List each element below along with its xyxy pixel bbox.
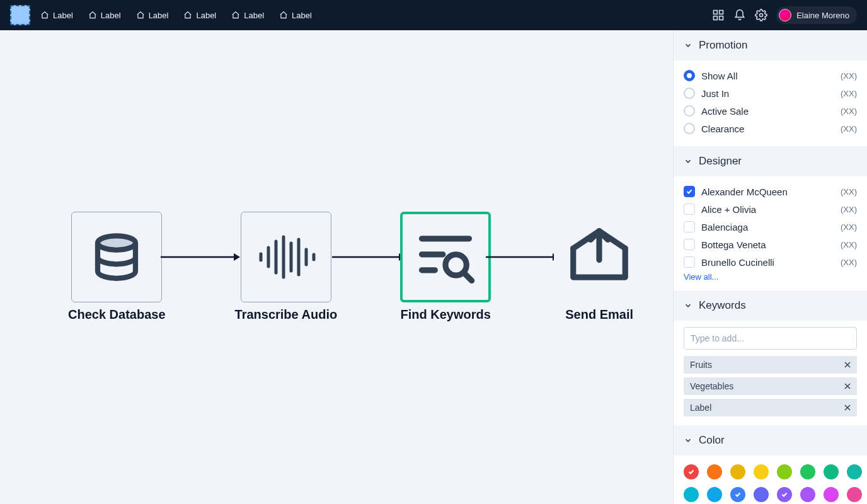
option-count: (XX) [841, 71, 857, 81]
nav-item-2[interactable]: Label [136, 11, 169, 20]
nav-label: Label [244, 11, 264, 20]
gear-icon[interactable] [755, 9, 767, 21]
tag-label: Label [684, 399, 857, 416]
section-title: Designer [699, 155, 742, 168]
color-swatch-15[interactable] [847, 487, 862, 502]
color-swatch-8[interactable] [684, 487, 699, 502]
topbar: Label Label Label Label Label Label [0, 0, 867, 30]
promotion-option-active-sale[interactable]: Active Sale (XX) [684, 102, 857, 120]
bell-icon[interactable] [733, 9, 746, 21]
nav-item-4[interactable]: Label [231, 11, 264, 20]
nav-item-5[interactable]: Label [279, 11, 312, 20]
flow-canvas[interactable]: Check Database [0, 30, 673, 504]
check-icon [781, 491, 788, 498]
database-icon [88, 229, 145, 285]
option-count: (XX) [841, 258, 857, 267]
checkbox-icon [684, 203, 695, 215]
option-label: Balenciaga [701, 222, 834, 232]
promotion-option-clearance[interactable]: Clearance (XX) [684, 120, 857, 137]
svg-point-5 [98, 236, 135, 250]
home-icon [183, 11, 192, 20]
section-header-designer[interactable]: Designer [674, 146, 867, 176]
keyword-tags: Fruits Vegetables Label [684, 356, 857, 416]
color-swatch-2[interactable] [730, 464, 745, 479]
designer-option-0[interactable]: Alexander McQueen (XX) [684, 183, 857, 200]
designer-option-3[interactable]: Bottega Veneta (XX) [684, 236, 857, 253]
color-swatch-0[interactable] [684, 464, 699, 479]
option-label: Bottega Veneta [701, 239, 834, 250]
color-swatch-9[interactable] [707, 487, 722, 502]
tag-vegetables: Vegetables [684, 377, 857, 395]
node-label: Check Database [68, 307, 166, 322]
node-box [554, 212, 645, 302]
designer-option-4[interactable]: Brunello Cucinelli (XX) [684, 253, 857, 271]
node-send-email[interactable]: Send Email [554, 212, 645, 322]
checkbox-icon [684, 221, 695, 232]
color-swatch-3[interactable] [754, 464, 769, 479]
color-swatch-1[interactable] [707, 464, 722, 479]
section-header-promotion[interactable]: Promotion [674, 30, 867, 60]
arrow-icon [331, 212, 406, 302]
designer-list: Alexander McQueen (XX) Alice + Olivia (X… [674, 176, 867, 290]
tag-fruits: Fruits [684, 356, 857, 374]
check-icon [687, 468, 695, 476]
section-header-color[interactable]: Color [674, 425, 867, 455]
close-icon[interactable] [843, 382, 852, 391]
section-title: Color [699, 434, 725, 447]
radio-icon [684, 123, 695, 134]
node-check-database[interactable]: Check Database [68, 212, 166, 322]
section-title: Keywords [699, 299, 746, 312]
color-swatch-14[interactable] [824, 487, 839, 502]
app-logo[interactable] [10, 5, 30, 25]
send-mail-icon [565, 222, 634, 292]
color-swatch-4[interactable] [777, 464, 792, 479]
node-label: Send Email [565, 307, 633, 322]
color-swatch-10[interactable] [730, 487, 745, 502]
color-swatch-5[interactable] [800, 464, 815, 479]
node-label: Transcribe Audio [235, 307, 338, 322]
radio-icon [684, 105, 695, 117]
promotion-option-show-all[interactable]: Show All (XX) [684, 67, 857, 84]
close-icon[interactable] [843, 360, 852, 369]
radio-icon [684, 70, 695, 81]
waveform-icon [255, 232, 318, 282]
color-swatch-11[interactable] [754, 487, 769, 502]
home-icon [40, 11, 49, 20]
color-swatch-12[interactable] [777, 487, 792, 502]
nav-item-3[interactable]: Label [183, 11, 216, 20]
promotion-option-just-in[interactable]: Just In (XX) [684, 84, 857, 102]
color-swatch-7[interactable] [847, 464, 862, 479]
nav-items: Label Label Label Label Label Label [40, 11, 312, 20]
option-label: Just In [701, 88, 834, 99]
nav-label: Label [196, 11, 216, 20]
node-transcribe-audio[interactable]: Transcribe Audio [235, 212, 338, 322]
nav-item-1[interactable]: Label [88, 11, 121, 20]
nav-item-0[interactable]: Label [40, 11, 73, 20]
checkbox-icon [684, 186, 695, 197]
home-icon [231, 11, 240, 20]
designer-option-1[interactable]: Alice + Olivia (XX) [684, 200, 857, 218]
color-grid [674, 455, 867, 504]
flow: Check Database [68, 212, 645, 322]
color-swatch-6[interactable] [824, 464, 839, 479]
radio-icon [684, 88, 695, 99]
apps-icon[interactable] [712, 9, 725, 21]
section-header-keywords[interactable]: Keywords [674, 290, 867, 321]
view-all-link[interactable]: View all... [684, 272, 857, 282]
option-label: Alexander McQueen [701, 186, 834, 197]
keyword-input[interactable] [684, 327, 857, 350]
avatar [779, 9, 791, 21]
node-find-keywords[interactable]: Find Keywords [400, 212, 491, 322]
color-swatch-13[interactable] [800, 487, 815, 502]
tag-label: Vegetables [690, 381, 733, 391]
close-icon[interactable] [843, 403, 852, 412]
chevron-down-icon [684, 41, 692, 50]
designer-option-2[interactable]: Balenciaga (XX) [684, 218, 857, 236]
svg-rect-1 [720, 11, 723, 14]
svg-point-4 [760, 14, 763, 17]
nav-label: Label [149, 11, 169, 20]
search-list-icon [414, 226, 477, 289]
user-menu[interactable]: Elaine Moreno [776, 6, 857, 24]
option-count: (XX) [841, 106, 857, 116]
option-count: (XX) [841, 89, 857, 98]
